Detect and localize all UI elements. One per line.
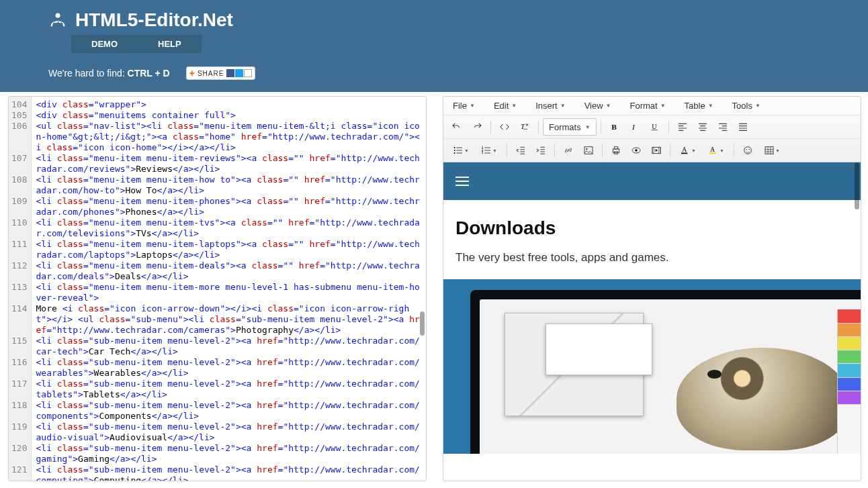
menu-format[interactable]: Format▼ [630,101,666,111]
svg-point-9 [454,150,455,151]
facebook-icon [226,69,234,77]
svg-rect-31 [765,147,773,154]
wysiwyg-toolbar: File▼Edit▼Insert▼View▼Format▼Table▼Tools… [443,97,861,162]
outdent-button[interactable] [511,142,530,159]
toolbar-row-1: T✕Formats▼BIU [443,115,861,138]
site-header: HTML5-Editor.Net DEMOHELP We're hard to … [0,0,868,92]
twitter-icon [235,69,243,77]
link-button[interactable] [559,142,578,159]
menu-bar: File▼Edit▼Insert▼View▼Format▼Table▼Tools… [443,97,861,115]
svg-point-20 [635,149,637,151]
undo-button[interactable] [447,118,466,136]
svg-text:A: A [682,146,687,153]
alignright-button[interactable] [713,118,732,136]
print-button[interactable] [607,142,625,159]
nav-help[interactable]: HELP [138,35,202,53]
nav-demo[interactable]: DEMO [71,35,138,53]
preview-topbar [443,162,861,200]
wysiwyg-pane: File▼Edit▼Insert▼View▼Format▼Table▼Tools… [443,96,861,481]
svg-text:3: 3 [482,151,484,154]
menu-edit[interactable]: Edit▼ [494,101,517,111]
hamburger-icon[interactable] [455,177,469,186]
clearfmt-button[interactable]: T✕ [515,118,534,136]
svg-point-10 [454,152,455,154]
line-gutter: 1041051061071081091101111121131141151161… [9,97,32,481]
svg-point-30 [748,149,749,150]
indent-button[interactable] [531,142,550,159]
preview-subtext: The very best free tools, apps and games… [455,251,849,264]
aligncenter-button[interactable] [693,118,712,136]
svg-rect-17 [614,147,617,149]
code-editor[interactable]: 1041051061071081091101111121131141151161… [9,97,426,481]
preview-scrollbar[interactable] [853,162,859,479]
svg-rect-25 [681,152,687,154]
menu-file[interactable]: File▼ [453,101,475,111]
share-button[interactable]: + SHARE [186,66,256,80]
header-nav: DEMOHELP [71,35,868,53]
source-button[interactable] [495,118,514,136]
svg-point-29 [746,149,746,150]
formats-dropdown[interactable]: Formats▼ [543,118,597,136]
ol-button[interactable]: 123▼ [476,142,503,159]
table-button[interactable]: ▼ [758,142,785,159]
menu-view[interactable]: View▼ [584,101,611,111]
preview-body[interactable]: Downloads The very best free tools, apps… [443,162,861,479]
preview-hero-image [443,279,861,454]
svg-text:A: A [710,146,715,153]
code-scrollbar[interactable] [419,97,425,481]
svg-point-15 [586,148,587,150]
forecolor-button[interactable]: A▼ [675,142,701,159]
image-button[interactable] [579,142,598,159]
svg-text:U: U [652,123,657,130]
ul-button[interactable]: ▼ [447,142,474,159]
svg-text:B: B [611,123,617,131]
menu-insert[interactable]: Insert▼ [535,101,565,111]
svg-point-8 [454,147,455,148]
alignjustify-button[interactable] [734,118,752,136]
italic-button[interactable]: I [625,118,644,136]
underline-button[interactable]: U [646,118,664,136]
bookmark-hint: We're hard to find: CTRL + D [48,68,170,79]
backcolor-button[interactable]: A▼ [703,142,730,159]
alignleft-button[interactable] [673,118,692,136]
svg-rect-27 [709,152,715,154]
redo-button[interactable] [468,118,486,136]
preview-heading: Downloads [455,217,849,239]
source-editor-pane: 1041051061071081091101111121131141151161… [8,96,427,481]
preview-button[interactable] [627,142,646,159]
toolbar-row-2: ▼123▼A▼A▼▼ [443,138,861,162]
svg-text:I: I [632,123,636,131]
mail-icon [244,69,252,77]
plus-icon: + [189,68,195,79]
emoji-button[interactable] [738,142,757,159]
menu-tools[interactable]: Tools▼ [732,101,761,111]
svg-text:✕: ✕ [525,123,529,127]
logo-icon [48,11,67,30]
menu-table[interactable]: Table▼ [685,101,713,111]
code-content[interactable]: <div class="wrapper"><div class="menuite… [32,97,426,481]
svg-point-0 [56,13,60,18]
svg-rect-16 [613,149,619,152]
bold-button[interactable]: B [605,118,624,136]
site-title: HTML5-Editor.Net [75,9,233,31]
media-button[interactable] [647,142,666,159]
